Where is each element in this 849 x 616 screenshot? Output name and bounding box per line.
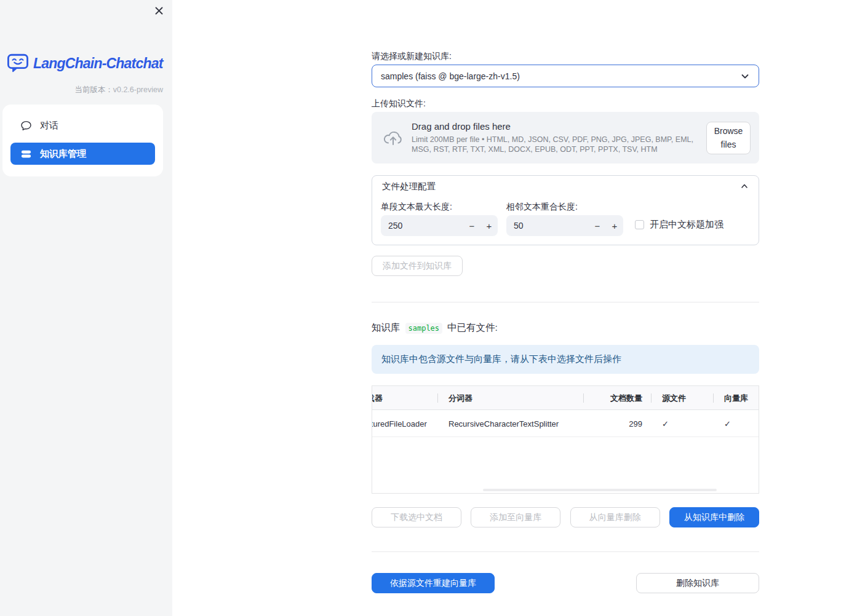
file-dropzone[interactable]: Drag and drop files here Limit 200MB per… [372,112,759,164]
overlap-decrement-button[interactable]: − [589,221,606,231]
sidebar-item-chat[interactable]: 对话 [10,114,155,136]
zh-title-enhance-label: 开启中文标题加强 [650,219,723,231]
table-row[interactable]: UnstructuredFileLoader RecursiveCharacte… [372,410,759,437]
chunk-size-decrement-button[interactable]: − [463,221,480,231]
main-content: 请选择或新建知识库: samples (faiss @ bge-large-zh… [372,0,759,616]
knowledge-base-icon [20,148,32,160]
column-header-source-file[interactable]: 源文件 [651,386,713,410]
chunk-size-value: 250 [381,221,463,231]
chunk-size-increment-button[interactable]: + [480,221,498,231]
sidebar-item-knowledge-base[interactable]: 知识库管理 [10,143,155,165]
upload-cloud-icon [382,128,404,147]
file-config-expander-header[interactable]: 文件处理配置 [372,176,759,197]
chunk-size-label: 单段文本最大长度: [381,202,452,213]
app-root: LangChain-Chatchat 当前版本：v0.2.6-preview 对… [0,0,849,616]
close-icon [154,6,164,15]
file-config-expander: 文件处理配置 单段文本最大长度: 250 − + 相邻文本重合长度: 50 − … [372,175,759,245]
column-header-vector-store[interactable]: 向量库 [713,386,759,410]
version-caption: 当前版本：v0.2.6-preview [74,85,163,95]
kb-name-code: samples [405,323,443,334]
overlap-size-input[interactable]: 50 − + [506,215,623,236]
column-header-splitter[interactable]: 分词器 [437,386,583,410]
kb-files-table: 文档加载器 分词器 文档数量 源文件 向量库 UnstructuredFileL… [372,385,759,494]
overlap-size-label: 相邻文本重合长度: [506,202,578,213]
kb-select-label: 请选择或新建知识库: [372,51,452,62]
column-divider [651,393,652,403]
zh-title-enhance-checkbox[interactable] [635,220,644,229]
chunk-size-input[interactable]: 250 − + [381,215,498,236]
cell-splitter: RecursiveCharacterTextSplitter [437,410,583,437]
column-header-loader[interactable]: 文档加载器 [372,386,437,410]
rebuild-vector-store-button[interactable]: 依据源文件重建向量库 [372,573,495,593]
table-horizontal-scrollbar[interactable] [483,489,717,491]
overlap-size-value: 50 [506,221,589,231]
chevron-down-icon [740,71,750,81]
add-files-to-kb-button[interactable]: 添加文件到知识库 [372,256,463,276]
kb-files-suffix: 中已有文件: [447,322,498,334]
table-header-row: 文档加载器 分词器 文档数量 源文件 向量库 [372,386,759,410]
delete-kb-button[interactable]: 删除知识库 [636,573,759,593]
file-actions-row: 下载选中文档 添加至向量库 从向量库删除 从知识库中删除 [372,507,759,527]
column-divider [437,393,438,403]
delete-from-vector-store-button[interactable]: 从向量库删除 [570,507,660,527]
app-title: LangChain-Chatchat [33,55,163,72]
kb-select-dropdown[interactable]: samples (faiss @ bge-large-zh-v1.5) [372,65,759,87]
expander-title: 文件处理配置 [382,181,436,192]
cell-loader: UnstructuredFileLoader [372,410,437,437]
cell-source-file-check: ✓ [651,410,713,437]
sidebar: LangChain-Chatchat 当前版本：v0.2.6-preview 对… [0,0,172,616]
chevron-up-icon [740,182,749,191]
app-logo: LangChain-Chatchat [7,53,163,73]
cell-vector-store-check: ✓ [713,410,759,437]
upload-title: Drag and drop files here [412,121,704,132]
cell-doc-count: 299 [583,410,651,437]
version-value: v0.2.6-preview [113,85,163,94]
kb-footer-actions: 依据源文件重建向量库 删除知识库 [372,573,759,593]
divider [372,551,759,552]
upload-limit-text: Limit 200MB per file • HTML, MD, JSON, C… [412,135,704,154]
sidebar-item-label: 知识库管理 [40,148,86,160]
kb-files-heading: 知识库 samples 中已有文件: [372,322,498,334]
delete-from-kb-button[interactable]: 从知识库中删除 [669,507,759,527]
chat-bubble-icon [20,120,32,132]
column-header-doc-count[interactable]: 文档数量 [583,386,651,410]
column-divider [713,393,714,403]
add-to-vector-store-button[interactable]: 添加至向量库 [471,507,560,527]
upload-label: 上传知识文件: [372,98,426,109]
sidebar-menu: 对话 知识库管理 [2,105,163,176]
kb-files-prefix: 知识库 [372,322,401,334]
zh-title-enhance-option: 开启中文标题加强 [635,219,723,231]
column-divider [583,393,584,403]
info-banner: 知识库中包含源文件与向量库，请从下表中选择文件后操作 [372,345,759,374]
sidebar-item-label: 对话 [40,120,58,132]
overlap-increment-button[interactable]: + [606,221,623,231]
upload-instructions: Drag and drop files here Limit 200MB per… [412,121,704,154]
browse-files-button[interactable]: Browse files [706,122,751,154]
download-selected-button[interactable]: 下载选中文档 [372,507,461,527]
kb-select-value: samples (faiss @ bge-large-zh-v1.5) [381,71,520,81]
version-label: 当前版本： [74,85,113,94]
chatchat-logo-icon [7,53,29,73]
divider [372,302,759,302]
sidebar-close-icon[interactable] [153,5,164,16]
